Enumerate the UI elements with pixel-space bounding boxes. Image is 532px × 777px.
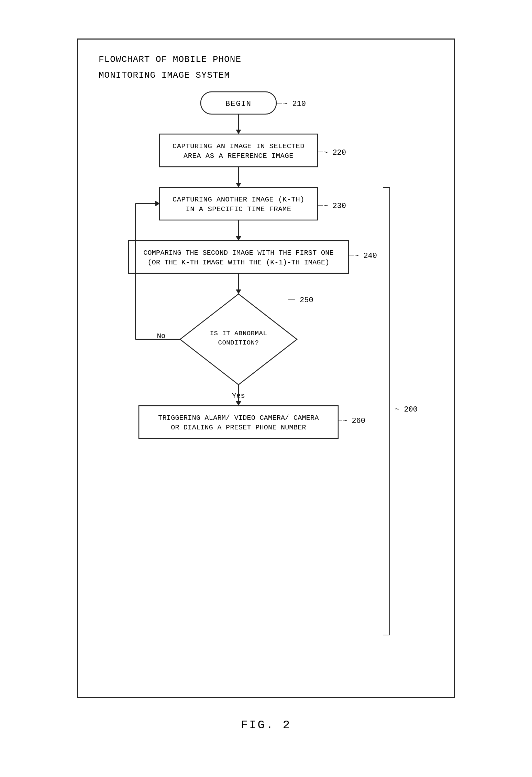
svg-rect-20 xyxy=(129,241,348,273)
svg-text:IS IT ABNORMAL: IS IT ABNORMAL xyxy=(210,330,267,337)
title-line1: FLOWCHART OF MOBILE PHONE xyxy=(99,53,241,66)
flowchart-svg: BEGIN ~ 210 CAPTURING AN IMAGE IN SELECT… xyxy=(101,88,431,683)
svg-text:No: No xyxy=(157,332,165,340)
figure-caption: FIG. 2 xyxy=(241,719,291,732)
svg-marker-12 xyxy=(236,183,241,187)
svg-text:AREA AS A REFERENCE IMAGE: AREA AS A REFERENCE IMAGE xyxy=(184,152,293,160)
svg-text:~ 240: ~ 240 xyxy=(354,252,377,260)
svg-text:250: 250 xyxy=(300,296,313,305)
svg-text:CAPTURING AN IMAGE IN SELECTED: CAPTURING AN IMAGE IN SELECTED xyxy=(173,142,304,150)
svg-text:~ 210: ~ 210 xyxy=(283,100,306,108)
svg-text:OR DIALING A PRESET PHONE NUMB: OR DIALING A PRESET PHONE NUMBER xyxy=(171,424,306,431)
svg-marker-30 xyxy=(236,289,241,294)
svg-text:COMPARING THE SECOND IMAGE WIT: COMPARING THE SECOND IMAGE WITH THE FIRS… xyxy=(143,249,334,257)
svg-text:CAPTURING ANOTHER IMAGE (K-TH): CAPTURING ANOTHER IMAGE (K-TH) xyxy=(173,196,304,204)
svg-marker-19 xyxy=(236,236,241,241)
svg-text:~ 200: ~ 200 xyxy=(395,405,418,414)
svg-marker-5 xyxy=(236,130,241,134)
svg-rect-13 xyxy=(159,187,318,220)
diagram-border: FLOWCHART OF MOBILE PHONE MONITORING IMA… xyxy=(77,39,455,698)
svg-rect-44 xyxy=(139,406,338,438)
svg-text:~ 230: ~ 230 xyxy=(323,202,346,210)
svg-rect-6 xyxy=(159,134,318,167)
title-line2: MONITORING IMAGE SYSTEM xyxy=(99,69,241,81)
svg-text:IN A SPECIFIC TIME FRAME: IN A SPECIFIC TIME FRAME xyxy=(186,205,291,213)
svg-text:~ 260: ~ 260 xyxy=(343,417,365,425)
svg-text:~ 220: ~ 220 xyxy=(323,149,346,157)
chart-title: FLOWCHART OF MOBILE PHONE MONITORING IMA… xyxy=(99,53,241,85)
svg-marker-43 xyxy=(236,401,241,406)
page-container: FLOWCHART OF MOBILE PHONE MONITORING IMA… xyxy=(0,0,532,777)
svg-text:BEGIN: BEGIN xyxy=(225,100,252,108)
svg-text:TRIGGERING ALARM/ VIDEO CAMERA: TRIGGERING ALARM/ VIDEO CAMERA/ CAMERA xyxy=(158,414,319,422)
svg-text:(OR THE K-TH IMAGE WITH THE (K: (OR THE K-TH IMAGE WITH THE (K-1)-TH IMA… xyxy=(148,259,330,266)
svg-text:CONDITION?: CONDITION? xyxy=(218,339,259,347)
